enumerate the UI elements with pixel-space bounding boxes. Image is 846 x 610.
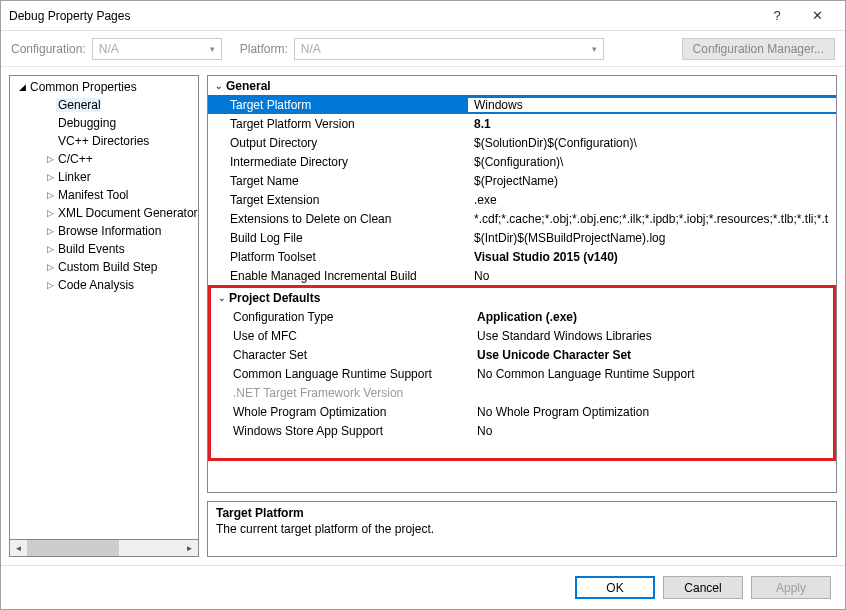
collapse-icon[interactable]: ◢ — [16, 82, 28, 92]
collapse-icon[interactable]: ⌄ — [212, 81, 226, 91]
expand-icon[interactable]: ▷ — [44, 208, 56, 218]
property-value[interactable]: No — [468, 269, 836, 283]
configuration-label: Configuration: — [11, 42, 86, 56]
tree-item-label: VC++ Directories — [56, 134, 149, 148]
property-row[interactable]: Enable Managed Incremental BuildNo — [208, 266, 836, 285]
property-value[interactable]: Use Standard Windows Libraries — [471, 329, 833, 343]
section-general[interactable]: ⌄General — [208, 76, 836, 95]
tree-item-label: General — [56, 98, 101, 112]
property-value[interactable]: Visual Studio 2015 (v140) — [468, 250, 836, 264]
property-grid[interactable]: ⌄General Target PlatformWindowsTarget Pl… — [207, 75, 837, 493]
expand-icon[interactable]: ▷ — [44, 190, 56, 200]
property-row[interactable]: Use of MFCUse Standard Windows Libraries — [211, 326, 833, 345]
expand-icon[interactable]: ▷ — [44, 172, 56, 182]
property-name: Configuration Type — [211, 310, 471, 324]
property-value[interactable]: $(Configuration)\ — [468, 155, 836, 169]
property-value[interactable]: Use Unicode Character Set — [471, 348, 833, 362]
property-row[interactable]: Common Language Runtime SupportNo Common… — [211, 364, 833, 383]
tree-item[interactable]: Debugging — [10, 114, 198, 132]
expand-icon[interactable]: ▷ — [44, 280, 56, 290]
expand-icon[interactable]: ▷ — [44, 154, 56, 164]
platform-label: Platform: — [240, 42, 288, 56]
property-value[interactable]: Windows — [468, 98, 836, 112]
property-name: Windows Store App Support — [211, 424, 471, 438]
property-name: Extensions to Delete on Clean — [208, 212, 468, 226]
property-row[interactable]: Platform ToolsetVisual Studio 2015 (v140… — [208, 247, 836, 266]
tree-item[interactable]: ▷XML Document Generator — [10, 204, 198, 222]
property-value[interactable]: *.cdf;*.cache;*.obj;*.obj.enc;*.ilk;*.ip… — [468, 212, 836, 226]
property-row[interactable]: .NET Target Framework Version — [211, 383, 833, 402]
tree-root-label: Common Properties — [28, 80, 137, 94]
dialog-body: ◢ Common Properties GeneralDebuggingVC++… — [1, 67, 845, 565]
property-name: .NET Target Framework Version — [211, 386, 471, 400]
window-title: Debug Property Pages — [9, 9, 757, 23]
property-value[interactable]: $(ProjectName) — [468, 174, 836, 188]
property-value[interactable]: No Whole Program Optimization — [471, 405, 833, 419]
platform-combo[interactable]: N/A — [294, 38, 604, 60]
property-value[interactable]: .exe — [468, 193, 836, 207]
tree-item[interactable]: ▷Linker — [10, 168, 198, 186]
property-name: Platform Toolset — [208, 250, 468, 264]
property-row[interactable]: Target Name$(ProjectName) — [208, 171, 836, 190]
property-name: Build Log File — [208, 231, 468, 245]
property-value[interactable]: No Common Language Runtime Support — [471, 367, 833, 381]
property-value[interactable]: Application (.exe) — [471, 310, 833, 324]
scroll-left-icon[interactable]: ◄ — [10, 540, 27, 556]
close-button[interactable]: ✕ — [797, 2, 837, 30]
scroll-right-icon[interactable]: ► — [181, 540, 198, 556]
property-row[interactable]: Build Log File$(IntDir)$(MSBuildProjectN… — [208, 228, 836, 247]
expand-icon[interactable]: ▷ — [44, 226, 56, 236]
property-row[interactable]: Whole Program OptimizationNo Whole Progr… — [211, 402, 833, 421]
help-button[interactable]: ? — [757, 2, 797, 30]
tree-item[interactable]: ▷C/C++ — [10, 150, 198, 168]
tree-item-label: Browse Information — [56, 224, 161, 238]
titlebar: Debug Property Pages ? ✕ — [1, 1, 845, 31]
config-bar: Configuration: N/A Platform: N/A Configu… — [1, 31, 845, 67]
tree-item[interactable]: ▷Build Events — [10, 240, 198, 258]
tree-item[interactable]: ▷Browse Information — [10, 222, 198, 240]
property-row[interactable]: Intermediate Directory$(Configuration)\ — [208, 152, 836, 171]
property-row[interactable]: Target Extension.exe — [208, 190, 836, 209]
tree-root[interactable]: ◢ Common Properties — [10, 78, 198, 96]
scroll-thumb[interactable] — [27, 540, 119, 556]
property-row[interactable]: Configuration TypeApplication (.exe) — [211, 307, 833, 326]
tree-item-label: Build Events — [56, 242, 125, 256]
property-name: Use of MFC — [211, 329, 471, 343]
tree-item[interactable]: VC++ Directories — [10, 132, 198, 150]
cancel-button[interactable]: Cancel — [663, 576, 743, 599]
property-value[interactable]: $(IntDir)$(MSBuildProjectName).log — [468, 231, 836, 245]
property-value[interactable]: $(SolutionDir)$(Configuration)\ — [468, 136, 836, 150]
property-row[interactable]: Extensions to Delete on Clean*.cdf;*.cac… — [208, 209, 836, 228]
configuration-combo[interactable]: N/A — [92, 38, 222, 60]
tree-hscrollbar[interactable]: ◄ ► — [9, 540, 199, 557]
configuration-manager-button[interactable]: Configuration Manager... — [682, 38, 835, 60]
highlight-box: ⌄Project Defaults Configuration TypeAppl… — [208, 285, 836, 461]
property-row[interactable]: Target PlatformWindows — [208, 95, 836, 114]
property-row[interactable]: Target Platform Version8.1 — [208, 114, 836, 133]
apply-button[interactable]: Apply — [751, 576, 831, 599]
section-project-defaults[interactable]: ⌄Project Defaults — [211, 288, 833, 307]
tree-item-label: Manifest Tool — [56, 188, 128, 202]
property-row[interactable]: Output Directory$(SolutionDir)$(Configur… — [208, 133, 836, 152]
scroll-track[interactable] — [27, 540, 181, 556]
description-title: Target Platform — [216, 506, 828, 520]
property-name: Output Directory — [208, 136, 468, 150]
dialog-footer: OK Cancel Apply — [1, 565, 845, 609]
property-name: Target Platform — [208, 98, 468, 112]
collapse-icon[interactable]: ⌄ — [215, 293, 229, 303]
property-value[interactable]: No — [471, 424, 833, 438]
property-value[interactable]: 8.1 — [468, 117, 836, 131]
property-tree[interactable]: ◢ Common Properties GeneralDebuggingVC++… — [9, 75, 199, 540]
tree-item[interactable]: ▷Custom Build Step — [10, 258, 198, 276]
property-row[interactable]: Character SetUse Unicode Character Set — [211, 345, 833, 364]
tree-item[interactable]: ▷Manifest Tool — [10, 186, 198, 204]
property-name: Common Language Runtime Support — [211, 367, 471, 381]
tree-item[interactable]: General — [10, 96, 198, 114]
expand-icon[interactable]: ▷ — [44, 244, 56, 254]
tree-item[interactable]: ▷Code Analysis — [10, 276, 198, 294]
tree-item-label: C/C++ — [56, 152, 93, 166]
property-row[interactable]: Windows Store App SupportNo — [211, 421, 833, 440]
expand-icon[interactable]: ▷ — [44, 262, 56, 272]
ok-button[interactable]: OK — [575, 576, 655, 599]
tree-panel: ◢ Common Properties GeneralDebuggingVC++… — [9, 75, 199, 557]
